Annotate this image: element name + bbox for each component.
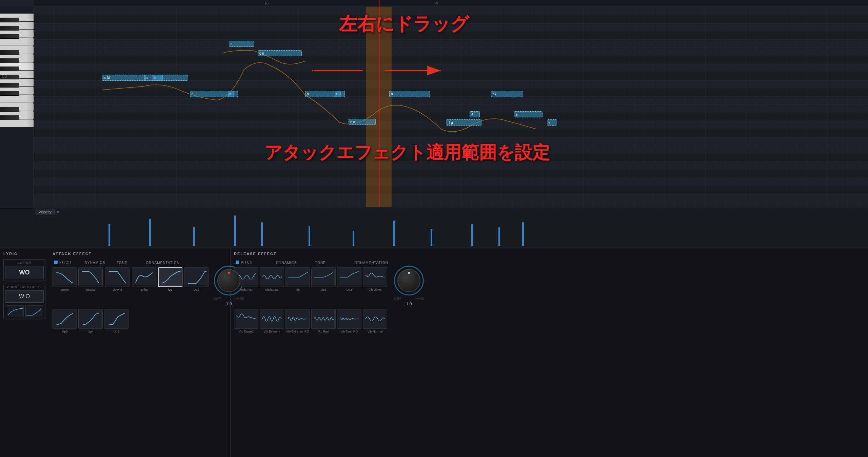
release-curve-vibdown2[interactable]: Vib Down2	[234, 309, 258, 333]
release-dynamics-label: DYNAMICS	[276, 261, 297, 265]
release-curve-vibfast[interactable]: Vib Fast	[311, 309, 336, 333]
release-curve-up[interactable]: Up	[285, 267, 310, 291]
release-curve-vibextreme-fo[interactable]: Vib Extreme_F.O	[285, 309, 310, 333]
velocity-bar[interactable]	[471, 224, 473, 246]
note-block[interactable]: o	[389, 91, 430, 97]
c3-label: C3	[2, 74, 7, 79]
phonetic-value[interactable]: W O	[5, 290, 44, 303]
arrow-left	[312, 64, 366, 79]
velocity-bar[interactable]	[193, 227, 195, 246]
note-block[interactable]: ts M	[102, 75, 146, 81]
note-block[interactable]: o n	[258, 50, 302, 56]
release-curve-vibfast-fo[interactable]: Vib Fast_F.O	[337, 309, 361, 333]
timeline-ruler: 18 19	[34, 0, 868, 7]
note-block[interactable]: a	[144, 75, 188, 81]
attack-curve-up2[interactable]: Up2	[184, 267, 209, 291]
roll-grid[interactable]: 18 19 ts M k a n	[34, 0, 868, 207]
lyric-title: LYRIC	[3, 252, 45, 256]
release-curve-vibextreme[interactable]: Vib Extreme	[260, 309, 284, 333]
release-hard-label: HARD	[415, 297, 424, 300]
attack-curve-up3[interactable]: Up3	[53, 309, 77, 333]
attack-title: ATTACK EFFECT	[53, 252, 227, 256]
velocity-dropdown[interactable]: ▼	[56, 210, 60, 214]
letter-subsection: LETTER WO	[3, 259, 45, 281]
letter-value[interactable]: WO	[5, 266, 44, 279]
attack-pitch-indicator	[54, 261, 58, 264]
attack-pitch-label: PITCH	[59, 261, 71, 264]
attack-section: ATTACK EFFECT PITCH DYNAMICS TONE ORNAME…	[49, 248, 231, 457]
release-knob-container: SOFT HARD 1.0	[394, 266, 424, 306]
letter-label: LETTER	[5, 261, 44, 264]
velocity-bar[interactable]	[108, 224, 110, 246]
attack-curve-down[interactable]: Down	[53, 267, 77, 291]
lyric-curve-1[interactable]	[7, 305, 24, 317]
release-pitch-indicator	[236, 261, 239, 264]
note-block[interactable]: a	[229, 41, 254, 47]
release-curve-up3[interactable]: Up3	[337, 267, 361, 291]
release-pitch-label: PITCH	[241, 261, 253, 264]
grid-bg	[34, 7, 868, 207]
velocity-lane: Velocity ▼	[0, 207, 868, 248]
note-block[interactable]: e	[547, 119, 557, 126]
attack-curve-up5[interactable]: Up5	[104, 309, 129, 333]
velocity-bar[interactable]	[498, 227, 500, 246]
velocity-bars-container	[34, 214, 868, 246]
ruler-mark-19: 19	[434, 1, 438, 5]
lyric-curve-2[interactable]	[25, 305, 42, 317]
note-block[interactable]: n	[190, 91, 234, 97]
arrow-right	[383, 64, 444, 79]
note-block[interactable]: f k	[491, 91, 523, 97]
note-block[interactable]: t	[335, 91, 345, 97]
velocity-bar[interactable]	[234, 215, 236, 246]
note-block[interactable]: j l g	[446, 119, 481, 126]
bottom-panel: LYRIC LETTER WO PHONETIC SYMBOL W O	[0, 248, 868, 457]
attack-curve-enka[interactable]: Enka	[132, 267, 156, 291]
piano-keys: C3	[0, 7, 34, 214]
release-soft-label: SOFT	[394, 297, 402, 300]
lyric-section: LYRIC LETTER WO PHONETIC SYMBOL W O	[0, 248, 49, 457]
release-knob-value: 1.0	[406, 302, 412, 306]
attack-soft-label: SOFT	[214, 297, 222, 300]
velocity-bar[interactable]	[261, 222, 263, 246]
release-section: RELEASE EFFECT PITCH DYNAMICS TONE ORNAM…	[231, 248, 868, 457]
phonetic-subsection: PHONETIC SYMBOL W O	[3, 284, 45, 319]
attack-tone-label: TONE	[117, 261, 127, 265]
release-curve-up2[interactable]: Up2	[311, 267, 336, 291]
piano-roll: C3 18 19 ts M k	[0, 0, 868, 207]
ruler-mark-18: 18	[264, 1, 269, 5]
drag-annotation: 左右にドラッグ	[339, 12, 469, 37]
release-tone-label: TONE	[315, 261, 326, 265]
note-block[interactable]: d	[228, 91, 238, 97]
release-knob-outer[interactable]	[394, 266, 424, 296]
attack-curve-up[interactable]: Up	[158, 267, 182, 291]
note-block[interactable]: e w	[349, 119, 376, 125]
velocity-bar[interactable]	[393, 221, 395, 246]
velocity-bar[interactable]	[309, 226, 310, 246]
attack-curve-down2[interactable]: Down2	[78, 267, 103, 291]
velocity-bar[interactable]	[353, 231, 354, 246]
release-curve-vibdown[interactable]: Vib Down	[363, 267, 387, 291]
attack-curve-down3[interactable]: Down3	[105, 267, 130, 291]
effect-annotation: アタックエフェクト適用範囲を設定	[264, 141, 550, 165]
attack-curve-up4[interactable]: Up4	[78, 309, 103, 333]
note-block[interactable]: a	[514, 111, 542, 117]
velocity-bar[interactable]	[431, 229, 432, 246]
velocity-bar[interactable]	[522, 222, 524, 246]
release-curve-vibnormal[interactable]: Vib Normal	[363, 309, 387, 333]
attack-dynamics-label: DYNAMICS	[85, 261, 105, 265]
release-ornamentation-label: ORNAMENTATION	[354, 261, 388, 265]
release-title: RELEASE EFFECT	[234, 252, 865, 256]
release-curve-melisma5[interactable]: Melisma5	[260, 267, 284, 291]
phonetic-label: PHONETIC SYMBOL	[5, 285, 44, 289]
attack-ornamentation-label: ORNAMENTATION	[146, 261, 179, 265]
note-block[interactable]: 4	[470, 111, 480, 117]
velocity-bar[interactable]	[149, 219, 151, 246]
